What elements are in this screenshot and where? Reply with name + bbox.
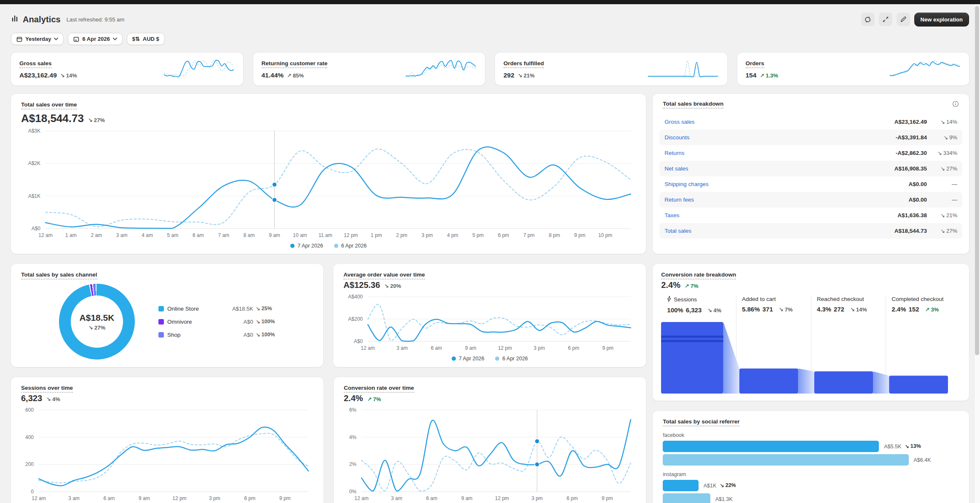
svg-text:10 pm: 10 pm	[598, 232, 612, 238]
metric-card-title[interactable]: Orders	[746, 60, 764, 68]
conversion-delta: ↗7%	[367, 396, 381, 402]
social-bar-current[interactable]	[663, 441, 879, 452]
metric-value: 41.44%	[262, 72, 284, 79]
breakdown-metric-link[interactable]: Gross sales	[664, 119, 694, 125]
metric-card: Gross sales A$23,162.49 ↘14%	[11, 53, 243, 85]
breakdown-delta: ↘21%	[927, 212, 957, 218]
metric-card: Orders 154 ↗1.3%	[737, 53, 969, 85]
chart-title[interactable]: Total sales over time	[21, 101, 77, 109]
sales-by-channel-card: Total sales by sales channel A$18.5K ↘27…	[11, 264, 323, 367]
breakdown-metric-link[interactable]: Taxes	[664, 212, 679, 218]
page-title: Analytics	[23, 15, 61, 24]
breakdown-metric-link[interactable]: Total sales	[664, 228, 691, 234]
breakdown-metric-link[interactable]: Returns	[664, 150, 684, 156]
compare-date-filter[interactable]: 6 Apr 2026	[68, 33, 122, 45]
social-group: facebook A$5.5K↘13% A$6.4K	[663, 432, 959, 466]
sales-channel-donut-chart[interactable]: A$18.5K ↘27%	[59, 284, 135, 359]
funnel-title[interactable]: Conversion rate breakdown	[661, 271, 736, 279]
aov-line-chart[interactable]: A$400A$200A$012 am3 am6 am9 am12 pm3 pm6…	[343, 293, 636, 353]
new-exploration-button[interactable]: New exploration	[914, 13, 969, 27]
expand-button[interactable]	[879, 13, 892, 26]
breakdown-metric-link[interactable]: Shipping charges	[664, 181, 708, 187]
svg-text:1 am: 1 am	[65, 232, 77, 238]
svg-text:200: 200	[25, 461, 34, 467]
conversion-value: 2.4%	[344, 394, 363, 403]
breakdown-metric-link[interactable]: Discounts	[664, 134, 689, 141]
legend-item-previous[interactable]: 6 Apr 2026	[334, 243, 367, 249]
legend-item-previous[interactable]: 6 Apr 2026	[495, 356, 527, 362]
metric-card-title[interactable]: Orders fulfilled	[503, 60, 544, 68]
svg-text:8 am: 8 am	[244, 232, 255, 238]
svg-text:A$0: A$0	[354, 338, 363, 344]
chart-title[interactable]: Conversion rate over time	[344, 385, 414, 393]
date-range-filter[interactable]: Yesterday	[11, 33, 64, 45]
metric-sparkline[interactable]	[163, 59, 235, 79]
conversion-line-chart[interactable]: 6%4%2%0%12 am3 am6 am9 am12 pm3 pm6 pm9 …	[344, 407, 636, 503]
breakdown-metric-link[interactable]: Net sales	[664, 165, 688, 172]
currency-filter[interactable]: $⇅ AUD $	[127, 33, 165, 45]
info-icon[interactable]	[952, 101, 959, 109]
lightning-icon	[667, 296, 672, 303]
last-refreshed-label: Last refreshed: 9:55 am	[67, 16, 124, 23]
svg-text:0: 0	[31, 489, 34, 495]
breakdown-value: -A$2,862.30	[685, 150, 927, 156]
funnel-step[interactable]: Added to cart 5.86% 371 ↘7%	[736, 296, 811, 314]
total-sales-line-chart[interactable]: A$3KA$2KA$1KA$012 am1 am2 am3 am4 am5 am…	[21, 128, 636, 240]
metric-card: Returning customer rate 41.44% ↗85%	[253, 53, 485, 85]
date-range-value: Yesterday	[25, 36, 51, 42]
scrollbar-thumb[interactable]	[975, 6, 979, 355]
metric-delta: ↗85%	[287, 72, 304, 79]
social-bar-previous[interactable]	[663, 493, 710, 503]
chart-title[interactable]: Total sales by sales channel	[21, 271, 97, 279]
funnel-chart[interactable]	[661, 322, 961, 394]
funnel-step[interactable]: Completed checkout 2.4% 152 ↗3%	[886, 296, 961, 314]
channel-legend-item[interactable]: Shop A$0 ↘100%	[158, 332, 285, 338]
social-group: instagram A$1K↘22% A$1.3K	[663, 471, 959, 503]
funnel-step[interactable]: Sessions 100% 6,323 ↘4%	[661, 296, 736, 314]
edit-button[interactable]	[897, 13, 910, 26]
chart-title[interactable]: Average order value over time	[343, 271, 425, 279]
breakdown-metric-link[interactable]: Return fees	[664, 197, 694, 203]
legend-item-current[interactable]: 7 Apr 2026	[290, 243, 323, 249]
breakdown-row: Shipping charges A$0.00 —	[659, 176, 962, 192]
trend-arrow-icon: ↘	[518, 72, 522, 79]
svg-text:6 am: 6 am	[431, 345, 442, 351]
trend-arrow-icon: ↗	[925, 306, 930, 313]
social-bar-previous[interactable]	[663, 454, 908, 466]
chart-legend: 7 Apr 2026 6 Apr 2026	[343, 356, 636, 362]
metric-sparkline[interactable]	[889, 59, 961, 79]
social-title[interactable]: Total sales by social referrer	[663, 418, 739, 426]
metric-card-title[interactable]: Returning customer rate	[262, 60, 328, 68]
metric-sparkline[interactable]	[647, 59, 719, 79]
chevron-down-icon	[54, 37, 58, 40]
metric-sparkline[interactable]	[405, 59, 477, 79]
channel-legend-item[interactable]: Online Store A$18.5K ↘25%	[158, 306, 285, 312]
funnel-step[interactable]: Reached checkout 4.3% 272 ↘14%	[811, 296, 886, 314]
funnel-delta: ↗7%	[685, 283, 699, 289]
breakdown-title[interactable]: Total sales breakdown	[663, 101, 723, 109]
metric-value: A$23,162.49	[19, 72, 57, 79]
trend-arrow-icon: ↘	[60, 72, 65, 79]
channel-legend-item[interactable]: Omnivore A$0 ↘100%	[158, 319, 285, 325]
metric-value: 154	[746, 72, 757, 79]
funnel-step-pct: 4.3%	[817, 306, 831, 313]
svg-text:5 am: 5 am	[167, 232, 179, 238]
svg-text:2 am: 2 am	[91, 232, 102, 238]
trend-arrow-icon: ↘	[943, 134, 948, 141]
trend-arrow-icon: ↘	[256, 306, 260, 312]
legend-item-current[interactable]: 7 Apr 2026	[452, 356, 484, 362]
svg-text:6 pm: 6 pm	[568, 345, 579, 351]
legend-dot-current	[290, 244, 295, 248]
trend-arrow-icon: ↘	[256, 332, 260, 338]
svg-text:400: 400	[25, 434, 34, 440]
analytics-page: Analytics Last refreshed: 9:55 am New ex…	[0, 4, 980, 503]
svg-text:600: 600	[25, 407, 34, 413]
chart-title[interactable]: Sessions over time	[21, 385, 73, 393]
social-bar-current[interactable]	[663, 480, 698, 491]
metric-delta: ↘14%	[60, 72, 77, 79]
refresh-button[interactable]	[861, 13, 875, 26]
svg-text:4 am: 4 am	[142, 232, 153, 238]
svg-text:7 pm: 7 pm	[523, 232, 535, 238]
metric-card-title[interactable]: Gross sales	[19, 60, 52, 68]
sessions-line-chart[interactable]: 600400200012 am3 am6 am9 am12 pm3 pm6 pm…	[21, 407, 313, 503]
